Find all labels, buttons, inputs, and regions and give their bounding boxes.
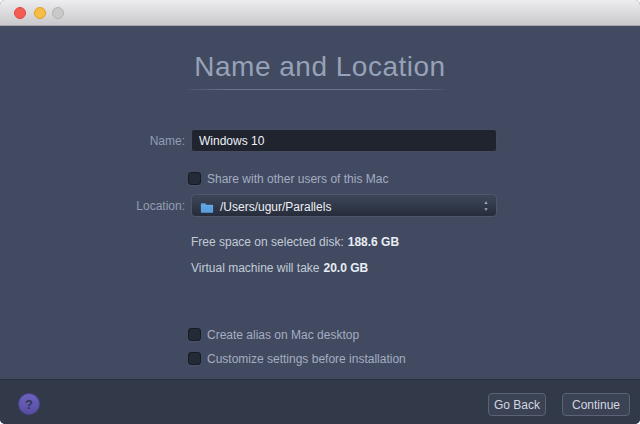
- vm-size-text: Virtual machine will take: [191, 261, 320, 275]
- free-space-line: Free space on selected disk:188.6 GB: [191, 235, 399, 249]
- name-input[interactable]: [191, 129, 497, 152]
- location-label: Location:: [90, 199, 185, 213]
- location-value: /Users/ugur/Parallels: [220, 200, 331, 214]
- chevron-down-icon: ▼: [482, 206, 490, 213]
- customize-settings-label: Customize settings before installation: [207, 353, 406, 366]
- create-alias-checkbox[interactable]: [188, 328, 201, 341]
- vm-size-value: 20.0 GB: [324, 261, 369, 275]
- page-title: Name and Location: [0, 51, 640, 83]
- vm-size-line: Virtual machine will take20.0 GB: [191, 261, 368, 275]
- titlebar: [0, 0, 640, 26]
- create-alias-label: Create alias on Mac desktop: [207, 329, 359, 342]
- location-dropdown[interactable]: /Users/ugur/Parallels ▲ ▼: [191, 194, 497, 217]
- location-stepper[interactable]: ▲ ▼: [482, 199, 490, 213]
- share-checkbox-label: Share with other users of this Mac: [207, 173, 388, 186]
- free-space-value: 188.6 GB: [348, 235, 399, 249]
- share-checkbox[interactable]: [188, 172, 201, 185]
- help-button[interactable]: ?: [18, 393, 40, 415]
- minimize-button[interactable]: [34, 7, 46, 19]
- parallels-assistant-window: Name and Location Name: Share with other…: [0, 0, 640, 424]
- continue-button[interactable]: Continue: [562, 393, 630, 416]
- free-space-text: Free space on selected disk:: [191, 235, 344, 249]
- customize-settings-checkbox[interactable]: [188, 352, 201, 365]
- footer-bar: ? Go Back Continue: [0, 379, 640, 424]
- wizard-content: Name and Location Name: Share with other…: [0, 27, 640, 379]
- folder-icon: [200, 200, 214, 218]
- go-back-button[interactable]: Go Back: [488, 393, 546, 416]
- name-label: Name:: [90, 134, 185, 148]
- title-divider: [187, 89, 447, 90]
- close-button[interactable]: [14, 7, 26, 19]
- chevron-up-icon: ▲: [482, 199, 490, 206]
- zoom-button-disabled: [52, 7, 64, 19]
